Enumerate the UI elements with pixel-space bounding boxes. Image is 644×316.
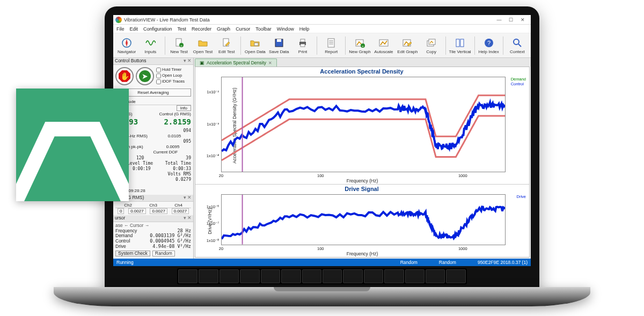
svg-line-27 bbox=[518, 44, 521, 47]
print-button[interactable]: Print bbox=[291, 34, 314, 57]
tile-vertical-button[interactable]: Tile Vertical bbox=[449, 34, 472, 57]
menu-help[interactable]: Help bbox=[299, 26, 310, 32]
option-open-loop[interactable]: Open Loop bbox=[156, 74, 185, 78]
random-profile-icon bbox=[16, 89, 129, 201]
edit-graph-button[interactable]: Edit Graph bbox=[396, 34, 419, 57]
svg-text:+: + bbox=[180, 44, 182, 47]
titlebar[interactable]: VibrationVIEW - Live Random Test Data — … bbox=[113, 15, 531, 25]
new-graph-icon: + bbox=[354, 37, 366, 49]
chart-area: ▣Acceleration Spectral Density✕ Accelera… bbox=[194, 58, 531, 259]
open-test-button[interactable]: Open Test bbox=[192, 34, 214, 57]
laptop-keyboard bbox=[177, 268, 467, 284]
product-badge bbox=[16, 89, 129, 201]
laptop-base bbox=[54, 287, 590, 306]
edit-test-button[interactable]: Edit Test bbox=[215, 34, 238, 57]
app-icon bbox=[115, 17, 122, 23]
edit-test-icon bbox=[221, 37, 232, 49]
tab-system-check[interactable]: System Check bbox=[115, 251, 150, 257]
new-test-icon: + bbox=[173, 37, 185, 49]
app-window: VibrationVIEW - Live Random Test Data — … bbox=[113, 15, 531, 266]
save-data-icon bbox=[273, 37, 285, 49]
svg-point-26 bbox=[514, 39, 519, 45]
menubar[interactable]: FileEditConfigurationTestRecorderGraphCu… bbox=[113, 25, 531, 33]
help-index-icon: ? bbox=[483, 37, 495, 49]
svg-rect-11 bbox=[328, 39, 334, 47]
control-readout: 2.8159 bbox=[164, 117, 191, 126]
open-test-icon bbox=[197, 37, 209, 49]
svg-text:?: ? bbox=[487, 40, 491, 46]
navigator-icon bbox=[121, 37, 133, 49]
menu-toolbar[interactable]: Toolbar bbox=[255, 26, 272, 32]
open-data-button[interactable]: Open Data bbox=[244, 34, 266, 57]
svg-text:+: + bbox=[362, 45, 364, 48]
navigator-button[interactable]: Navigator bbox=[115, 34, 138, 57]
svg-rect-22 bbox=[456, 39, 459, 47]
report-icon bbox=[325, 37, 337, 49]
inputs-button[interactable]: Inputs bbox=[139, 34, 162, 57]
info-button[interactable]: Info bbox=[177, 105, 191, 111]
menu-configuration[interactable]: Configuration bbox=[143, 26, 172, 32]
menu-cursor[interactable]: Cursor bbox=[236, 26, 250, 32]
status-running: Running bbox=[116, 260, 134, 265]
autoscale-icon bbox=[378, 37, 390, 49]
copy-button[interactable]: Copy bbox=[420, 34, 442, 57]
context-button[interactable]: Context bbox=[506, 34, 529, 57]
control-buttons-header: Control Buttons▾ ✕ bbox=[113, 58, 193, 65]
open-data-icon bbox=[249, 37, 261, 49]
chart-asd[interactable]: Acceleration Spectral Density Accelerati… bbox=[195, 67, 529, 185]
pane-pin-icon[interactable]: ▾ ✕ bbox=[184, 58, 192, 64]
menu-window[interactable]: Window bbox=[277, 26, 294, 32]
svg-rect-23 bbox=[460, 39, 464, 47]
help-index-button[interactable]: ?Help Index bbox=[478, 34, 500, 57]
cursor-header: ursor▾ ✕ bbox=[113, 215, 193, 222]
context-icon bbox=[511, 37, 523, 49]
tile-vertical-icon bbox=[454, 37, 466, 49]
svg-rect-7 bbox=[277, 39, 281, 42]
run-button[interactable]: ➤ bbox=[136, 67, 154, 85]
autoscale-button[interactable]: Autoscale bbox=[372, 34, 395, 57]
menu-test[interactable]: Test bbox=[178, 26, 187, 32]
svg-rect-5 bbox=[254, 43, 258, 46]
menu-file[interactable]: File bbox=[116, 26, 125, 32]
menu-edit[interactable]: Edit bbox=[130, 26, 138, 32]
close-tab-icon[interactable]: ✕ bbox=[268, 61, 272, 65]
maximize-button[interactable]: ☐ bbox=[505, 17, 517, 23]
edit-graph-icon bbox=[401, 37, 413, 49]
svg-rect-10 bbox=[301, 44, 305, 47]
svg-rect-9 bbox=[301, 39, 305, 42]
tab-random[interactable]: Random bbox=[152, 251, 175, 257]
minimize-button[interactable]: — bbox=[493, 17, 505, 23]
inputs-icon bbox=[144, 37, 156, 49]
option-hold-timer[interactable]: Hold Timer bbox=[156, 68, 185, 72]
option-idof-traces[interactable]: iDOF Traces bbox=[156, 79, 185, 84]
run-icon: ➤ bbox=[139, 70, 151, 82]
chart-drive[interactable]: Drive Signal Drive (V²/Hz) Frequency (Hz… bbox=[195, 185, 529, 257]
print-icon bbox=[297, 37, 309, 49]
new-graph-button[interactable]: +New Graph bbox=[348, 34, 371, 57]
close-button[interactable]: ✕ bbox=[517, 17, 529, 23]
copy-icon bbox=[426, 37, 437, 49]
window-title: VibrationVIEW - Live Random Test Data bbox=[124, 17, 210, 23]
stop-button[interactable]: ✋ bbox=[115, 67, 134, 85]
save-data-button[interactable]: Save Data bbox=[268, 34, 290, 57]
menu-recorder[interactable]: Recorder bbox=[192, 26, 211, 32]
new-test-button[interactable]: +New Test bbox=[168, 34, 191, 57]
menu-graph[interactable]: Graph bbox=[217, 26, 230, 32]
chart-tab[interactable]: ▣Acceleration Spectral Density✕ bbox=[195, 58, 277, 67]
stop-icon: ✋ bbox=[119, 70, 130, 82]
toolbar: NavigatorInputs+New TestOpen TestEdit Te… bbox=[113, 33, 531, 58]
status-bar: Running Random Random 950E2F9E 2018.0.37… bbox=[113, 259, 531, 266]
report-button[interactable]: Report bbox=[320, 34, 342, 57]
